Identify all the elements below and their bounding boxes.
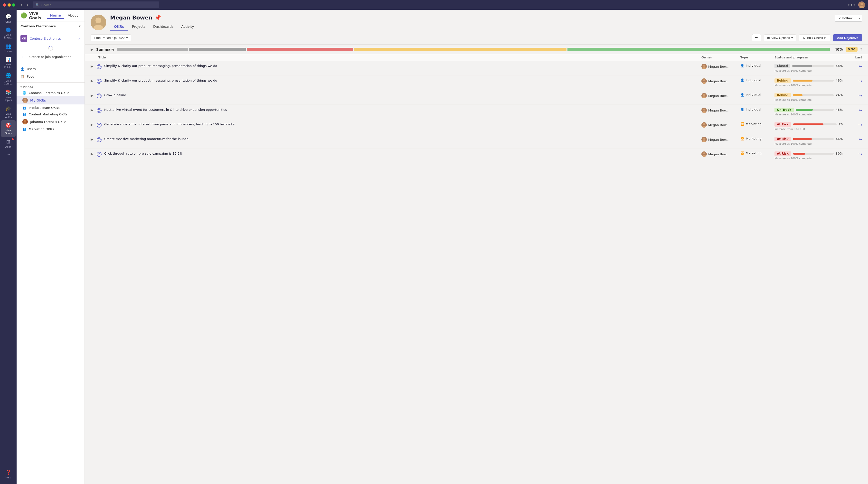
- summary-help-icon[interactable]: ?: [861, 47, 862, 52]
- sidebar-item-help[interactable]: ❓ Help: [1, 467, 16, 481]
- row-expand-0[interactable]: ▶: [91, 64, 96, 68]
- pinned-item-my-okrs[interactable]: My OKRs: [17, 96, 85, 104]
- row-type-0: 👤 Individual: [740, 64, 774, 67]
- status-badge-5: At Risk: [774, 137, 791, 141]
- row-last-4[interactable]: ↪: [843, 122, 862, 127]
- row-icon-0: [96, 64, 104, 69]
- time-period-button[interactable]: Time Period: Q4 2022 ▾: [91, 34, 131, 41]
- forward-button[interactable]: ›: [25, 2, 29, 7]
- org-selector[interactable]: Contoso Electronics ▾: [17, 22, 85, 31]
- summary-expand-arrow[interactable]: ▶: [91, 47, 93, 52]
- row-icon-3: [96, 107, 104, 113]
- org-item-contoso[interactable]: CE Contoso Electronics ✓: [17, 33, 85, 44]
- minimize-light[interactable]: [7, 3, 11, 7]
- viva-goals-icon: 🎯: [5, 122, 11, 128]
- summary-percent: 40%: [835, 47, 843, 52]
- row-expand-1[interactable]: ▶: [91, 78, 96, 83]
- add-objective-button[interactable]: Add Objective: [833, 34, 862, 41]
- follow-button[interactable]: ✓ Follow ▾: [835, 14, 862, 22]
- toolbar-more-button[interactable]: •••: [752, 34, 761, 41]
- row-type-4: 🔀 Marketing: [740, 122, 774, 126]
- user-avatar[interactable]: [858, 1, 865, 8]
- sidebar-item-viva-goals[interactable]: 🎯 Viva Goals: [1, 120, 16, 137]
- row-last-2[interactable]: ↪: [843, 93, 862, 98]
- content-marketing-label: Content Marketing OKRs: [29, 112, 67, 116]
- follow-label: Follow: [842, 16, 852, 20]
- sidebar-item-viva-connections[interactable]: 🌐 Viva Conn...: [1, 71, 16, 87]
- pinned-item-contoso-okrs[interactable]: 🌐 Contoso Electronics OKRs: [17, 90, 85, 96]
- row-owner-1: Megan Bow...: [702, 78, 740, 84]
- row-last-6[interactable]: ↪: [843, 152, 862, 157]
- owner-avatar-0: [702, 64, 707, 69]
- sidebar-item-viva-topics[interactable]: 📚 Viva Topics: [1, 87, 16, 104]
- search-input[interactable]: [41, 3, 156, 7]
- row-expand-6[interactable]: ▶: [91, 152, 96, 156]
- nav-about[interactable]: About: [65, 12, 81, 19]
- sidebar-item-chat[interactable]: 💬 Chat: [1, 12, 16, 25]
- status-progress-bar-3: [796, 109, 834, 111]
- maximize-light[interactable]: [12, 3, 16, 7]
- tab-activity[interactable]: Activity: [177, 23, 198, 31]
- sidebar-item-viva-insights[interactable]: 📊 Viva Insig...: [1, 55, 16, 71]
- status-measure-4: Increase from 0 to 150: [774, 128, 843, 131]
- tab-dashboards[interactable]: Dashboards: [149, 23, 177, 31]
- summary-row: ▶ Summary 40% 0.50 ?: [85, 44, 868, 54]
- pinned-item-product-team[interactable]: 👥 Product Team OKRs: [17, 104, 85, 111]
- back-button[interactable]: ‹: [19, 2, 23, 7]
- title-bar: ‹ › 🔍 •••: [0, 0, 868, 10]
- owner-avatar-6: [702, 152, 707, 157]
- sidebar-item-viva-engage[interactable]: 🔵 Viva Enga...: [1, 25, 16, 41]
- row-last-3[interactable]: ↪: [843, 107, 862, 113]
- status-badge-6: At Risk: [774, 152, 791, 156]
- more-button[interactable]: •••: [847, 2, 855, 7]
- create-join-label: + Create or join organization: [26, 55, 71, 59]
- org-selected-check-icon: ✓: [78, 37, 81, 40]
- owner-name-4: Megan Bow...: [708, 123, 730, 127]
- table-row: ▶ Host a live virtual event for customer…: [85, 105, 868, 119]
- sidebar-item-teams[interactable]: 👥 Teams: [1, 41, 16, 55]
- chevron-down-icon-2: ▾: [21, 86, 22, 89]
- row-expand-5[interactable]: ▶: [91, 137, 96, 141]
- row-last-0[interactable]: ↪: [843, 64, 862, 69]
- type-label-2: Individual: [746, 93, 761, 97]
- left-panel-item-feed[interactable]: 📋 Feed: [17, 73, 85, 80]
- sidebar-item-more[interactable]: ···: [1, 151, 16, 158]
- type-label-0: Individual: [746, 64, 761, 67]
- pinned-item-johanna[interactable]: Johanna Lorenz's OKRs: [17, 118, 85, 126]
- type-label-4: Marketing: [746, 122, 762, 126]
- pinned-item-content-marketing[interactable]: 👥 Content Marketing OKRs: [17, 111, 85, 118]
- row-status-2: Behind 24% Measure as 100% complete: [774, 93, 843, 101]
- svg-point-22: [97, 94, 101, 98]
- pinned-item-marketing-okrs[interactable]: 👥 Marketing OKRs: [17, 126, 85, 132]
- close-light[interactable]: [3, 3, 6, 7]
- org-dropdown-menu: CE Contoso Electronics ✓ + + Create or j…: [17, 31, 85, 63]
- nav-home[interactable]: Home: [47, 12, 64, 19]
- type-icon-2: 👤: [740, 93, 744, 97]
- row-expand-4[interactable]: ▶: [91, 122, 96, 127]
- globe-icon: 🌐: [22, 91, 26, 95]
- type-icon-3: 👤: [740, 107, 744, 111]
- sidebar-item-apps[interactable]: ⊞ Apps: [1, 137, 16, 151]
- create-join-button[interactable]: + + Create or join organization: [17, 53, 85, 61]
- marketing-okrs-label: Marketing OKRs: [29, 127, 54, 131]
- johanna-avatar: [22, 119, 28, 124]
- row-last-1[interactable]: ↪: [843, 78, 862, 84]
- pinned-section-label[interactable]: ▾ Pinned: [17, 85, 85, 90]
- row-last-5[interactable]: ↪: [843, 137, 862, 142]
- tab-okrs[interactable]: OKRs: [110, 23, 128, 31]
- tab-projects[interactable]: Projects: [128, 23, 149, 31]
- bulk-checkin-button[interactable]: ↻ Bulk Check-in: [799, 34, 830, 41]
- status-progress-fill-0: [792, 65, 812, 67]
- svg-point-12: [97, 65, 101, 69]
- left-panel-item-users[interactable]: 👤 Users: [17, 65, 85, 73]
- status-pct-0: 48%: [836, 64, 843, 68]
- row-expand-2[interactable]: ▶: [91, 93, 96, 97]
- follow-main-button[interactable]: ✓ Follow: [835, 15, 856, 22]
- row-icon-2: [96, 93, 104, 99]
- time-period-label: Time Period: Q4 2022: [94, 36, 125, 40]
- row-expand-3[interactable]: ▶: [91, 107, 96, 112]
- follow-dropdown-button[interactable]: ▾: [857, 15, 862, 22]
- sidebar-item-viva-learning[interactable]: 🎓 Viva Lear...: [1, 104, 16, 120]
- status-badge-0: Closed: [774, 64, 790, 68]
- view-options-button[interactable]: ⊞ View Options ▾: [764, 34, 796, 41]
